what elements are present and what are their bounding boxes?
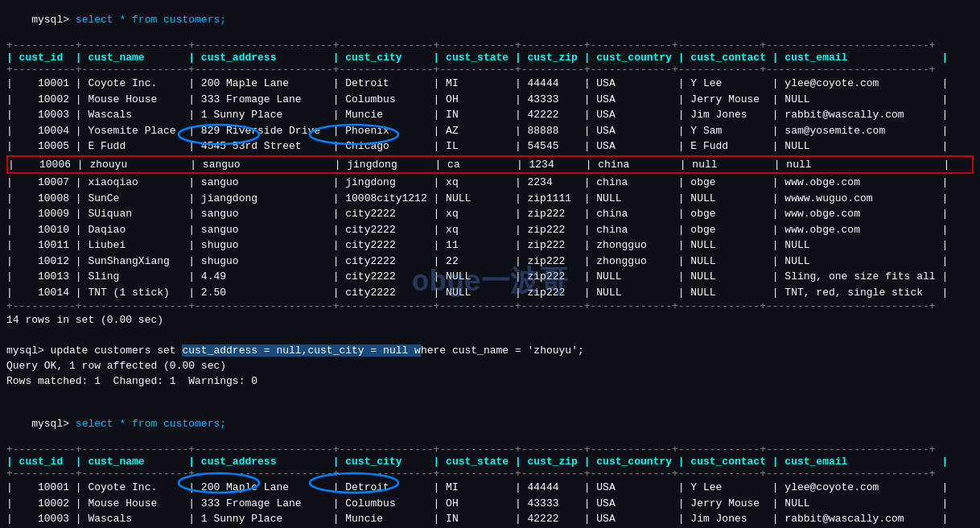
blank-line2 (0, 389, 980, 404)
table1-header: | cust_id | cust_name | cust_address | c… (6, 52, 974, 64)
query2-prompt: mysql> select * from customers; (0, 404, 980, 443)
table-row: | 10001 | Coyote Inc. | 200 Maple Lane |… (6, 76, 974, 92)
table2-sep1: +----------+-----------------+----------… (6, 443, 974, 456)
table-row: | 10003 | Wascals | 1 Sunny Place | Munc… (6, 107, 974, 123)
update-prompt: mysql> update customers set cust_address… (0, 343, 980, 358)
table-row: | 10011 | Liubei | shuguo | city2222 | 1… (6, 237, 974, 254)
table-row: | 10002 | Mouse House | 333 Fromage Lane… (6, 92, 974, 108)
table-row: | 10009 | SUiquan | sanguo | city2222 | … (6, 206, 974, 222)
update-result1: Query OK, 1 row affected (0.00 sec) (0, 358, 980, 373)
query1-result: 14 rows in set (0.00 sec) (0, 312, 980, 328)
highlighted-row-10006: | 10006 | zhouyu | sanguo | jingdong | c… (6, 155, 974, 175)
table2-sep2: +----------+-----------------+----------… (6, 468, 974, 480)
table1-sep3: +----------+-----------------+----------… (6, 300, 974, 312)
table-row: | 10014 | TNT (1 stick) | 2.50 | city222… (6, 285, 974, 301)
query1-prompt: mysql> select * from customers; (0, 0, 980, 39)
terminal-window: mysql> select * from customers; +-------… (0, 0, 980, 528)
blank-line1 (0, 328, 980, 343)
table2-output: +----------+-----------------+----------… (0, 443, 980, 528)
table-row: | 10007 | xiaoqiao | sanguo | jingdong |… (6, 175, 974, 191)
table-row: | 10012 | SunShangXiang | shuguo | city2… (6, 254, 974, 270)
table-row: | 10013 | Sling | 4.49 | city2222 | NULL… (6, 269, 974, 285)
table-row: | 10002 | Mouse House | 333 Fromage Lane… (6, 496, 974, 512)
table1-output: +----------+-----------------+----------… (0, 39, 980, 312)
table-row: | 10008 | SunCe | jiangdong | 10008city1… (6, 191, 974, 207)
table-row: | 10010 | Daqiao | sanguo | city2222 | x… (6, 222, 974, 238)
table-row: | 10005 | E Fudd | 4545 53rd Street | Ch… (6, 138, 974, 155)
table2-header: | cust_id | cust_name | cust_address | c… (6, 456, 974, 468)
table1-sep1: +----------+-----------------+----------… (6, 39, 974, 52)
update-result2: Rows matched: 1 Changed: 1 Warnings: 0 (0, 373, 980, 389)
table-row: | 10004 | Yosemite Place | 829 Riverside… (6, 123, 974, 139)
table-row: | 10001 | Coyote Inc. | 200 Maple Lane |… (6, 480, 974, 496)
table-row: | 10003 | Wascals | 1 Sunny Place | Munc… (6, 511, 974, 527)
table1-sep2: +----------+-----------------+----------… (6, 64, 974, 76)
